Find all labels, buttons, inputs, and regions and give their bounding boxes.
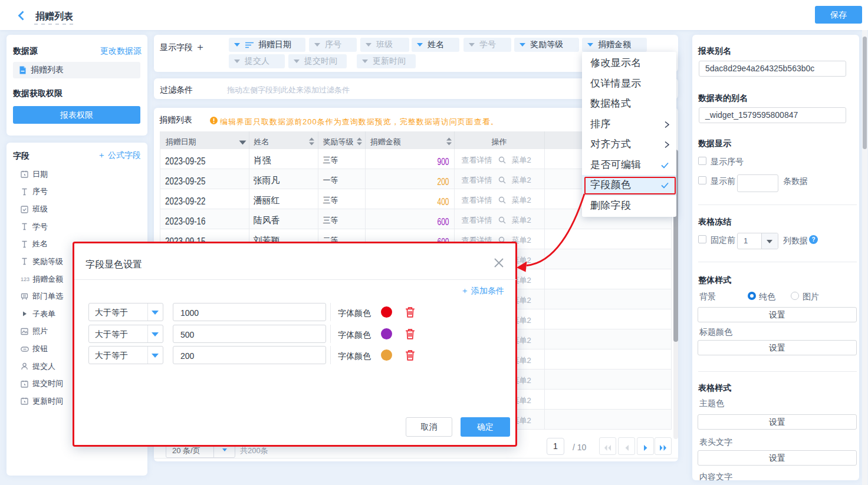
svg-text:123: 123 bbox=[21, 276, 29, 282]
svg-text:?: ? bbox=[811, 236, 815, 243]
